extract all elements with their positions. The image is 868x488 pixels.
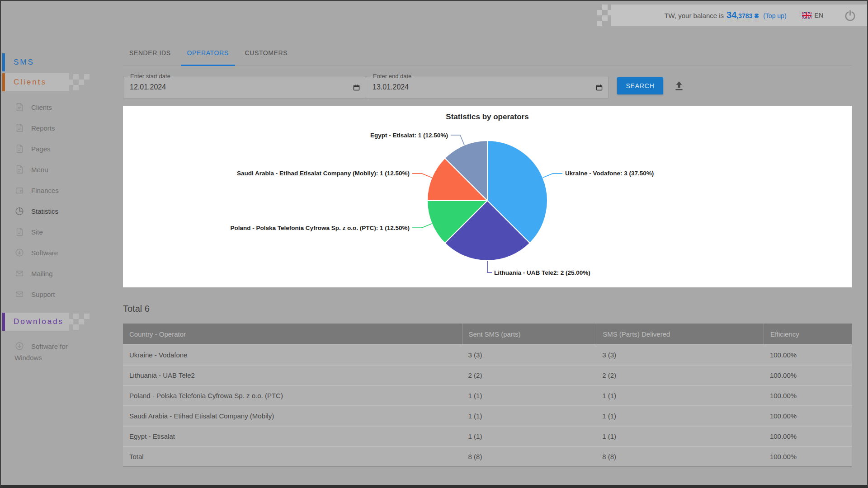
sidebar-item-software[interactable]: Software <box>1 242 105 263</box>
table-header-cell: Sent SMS (parts) <box>462 324 596 344</box>
table-cell: 3 (3) <box>462 345 596 365</box>
table-row: Ukraine - Vodafone3 (3)3 (3)100.00% <box>123 344 852 365</box>
envelope-icon <box>14 289 24 299</box>
sidebar-item-software-for-windows[interactable]: Software for Windows <box>1 341 78 363</box>
sidebar-item-menu[interactable]: Menu <box>1 159 105 180</box>
start-date-input[interactable] <box>124 83 353 91</box>
start-date-label: Enter start date <box>128 73 173 80</box>
language-label: EN <box>815 12 823 19</box>
table-cell: 100.00% <box>764 447 852 466</box>
start-date-field: Enter start date <box>123 73 366 99</box>
sidebar-section-clients[interactable]: Clients <box>1 73 105 91</box>
sidebar-item-label: Mailing <box>31 270 53 277</box>
top-up-link[interactable]: (Top up) <box>763 12 786 19</box>
sidebar-section-label: SMS <box>1 58 34 67</box>
sidebar-item-label: Pages <box>31 145 51 153</box>
sidebar-item-pages[interactable]: Pages <box>1 138 105 159</box>
end-date-input[interactable] <box>367 83 595 91</box>
sidebar-item-finances[interactable]: Finances <box>1 180 105 201</box>
sidebar-section-downloads[interactable]: Downloads <box>1 313 105 331</box>
end-date-label: Enter end date <box>371 73 414 80</box>
search-button[interactable]: SEARCH <box>617 77 663 94</box>
sidebar-item-label: Support <box>31 291 55 298</box>
sidebar-item-reports[interactable]: Reports <box>1 117 105 138</box>
document-icon <box>14 227 24 237</box>
tab-customers[interactable]: CUSTOMERS <box>239 41 294 66</box>
calendar-icon[interactable] <box>595 84 603 91</box>
pie-leader-line <box>487 261 492 272</box>
power-button[interactable] <box>844 9 856 22</box>
sidebar-item-label: Statistics <box>31 207 58 215</box>
chart-card: Statistics by operators Ukraine - Vodafo… <box>123 106 852 287</box>
end-date-field: Enter end date <box>366 73 609 99</box>
statistics-table: Country - OperatorSent SMS (parts)SMS (P… <box>123 324 852 467</box>
table-cell: 2 (2) <box>462 366 596 385</box>
sidebar-item-label: Menu <box>31 166 48 174</box>
table-cell: Saudi Arabia - Etihad Etisalat Company (… <box>123 406 462 426</box>
table-cell: 8 (8) <box>462 447 596 466</box>
table-cell: Ukraine - Vodafone <box>123 345 462 365</box>
tab-sender-ids[interactable]: SENDER IDS <box>123 41 177 66</box>
pie-slice-label: Poland - Polska Telefonia Cyfrowa Sp. z … <box>230 225 410 231</box>
download-icon <box>14 341 24 351</box>
document-icon <box>14 144 24 154</box>
pie-leader-line <box>412 224 432 228</box>
table-cell: 1 (1) <box>462 386 596 405</box>
sidebar-item-label: Site <box>31 228 43 236</box>
pixel-decoration <box>68 74 90 90</box>
sidebar-item-support[interactable]: Support <box>1 284 105 305</box>
uk-flag-icon <box>802 12 811 19</box>
table-cell: 8 (8) <box>596 447 764 466</box>
table-cell: 1 (1) <box>596 386 764 405</box>
table-row: Poland - Polska Telefonia Cyfrowa Sp. z … <box>123 385 852 405</box>
sidebar-item-site[interactable]: Site <box>1 221 105 242</box>
table-cell: Egypt - Etisalat <box>123 427 462 446</box>
pie-chart: Ukraine - Vodafone: 3 (37.50%)Lithuania … <box>123 106 852 287</box>
filter-bar: Enter start date Enter end date <box>123 73 852 99</box>
table-cell: 100.00% <box>764 427 852 446</box>
table-header-cell: Efficiency <box>764 324 852 344</box>
topbar: TW, your balance is 34,3783 ₴ (Top up) E… <box>611 5 867 26</box>
tab-operators[interactable]: OPERATORS <box>181 41 235 66</box>
table-cell: Total <box>123 447 462 466</box>
upload-icon <box>673 80 685 92</box>
table-cell: Poland - Polska Telefonia Cyfrowa Sp. z … <box>123 386 462 405</box>
sidebar-section-sms[interactable]: SMS <box>1 53 105 71</box>
table-cell: 2 (2) <box>596 366 764 385</box>
pie-leader-line <box>412 174 432 178</box>
document-icon <box>14 164 24 174</box>
sidebar-item-label: Software <box>31 249 58 257</box>
balance-link[interactable]: 34,3783 ₴ <box>726 10 759 21</box>
currency-symbol: ₴ <box>755 12 759 19</box>
pie-chart-icon <box>14 206 24 216</box>
balance-group: TW, your balance is 34,3783 ₴ (Top up) <box>664 10 786 21</box>
total-count-label: Total 6 <box>123 304 852 314</box>
table-cell: 3 (3) <box>596 345 764 365</box>
table-cell: 1 (1) <box>462 406 596 426</box>
envelope-icon <box>14 268 24 278</box>
sidebar-item-clients[interactable]: Clients <box>1 97 105 117</box>
pie-leader-line <box>451 135 464 145</box>
sidebar-item-label: Clients <box>31 103 52 111</box>
export-button[interactable] <box>673 80 685 92</box>
language-selector[interactable]: EN <box>802 12 823 19</box>
table-cell: 100.00% <box>764 386 852 405</box>
calendar-icon[interactable] <box>353 84 360 91</box>
pie-slice-label: Egypt - Etisalat: 1 (12.50%) <box>370 132 448 139</box>
table-cell: 1 (1) <box>462 427 596 446</box>
sidebar-section-label: Clients <box>1 78 47 87</box>
pie-slice-label: Saudi Arabia - Etihad Etisalat Company (… <box>237 170 410 177</box>
sidebar-item-mailing[interactable]: Mailing <box>1 263 105 284</box>
document-icon <box>14 102 24 112</box>
document-icon <box>14 123 24 133</box>
balance-integer: 34 <box>726 10 736 20</box>
balance-decimals: ,3783 <box>736 12 752 19</box>
sidebar-item-statistics[interactable]: Statistics <box>1 201 105 221</box>
table-cell: 100.00% <box>764 406 852 426</box>
sidebar: SMS Clients ClientsReportsPagesMenuFinan… <box>1 53 105 363</box>
table-header-cell: SMS (Parts) Delivered <box>596 324 764 344</box>
sidebar-item-label: Finances <box>31 187 59 194</box>
pie-leader-line <box>543 174 562 178</box>
table-row: Total8 (8)8 (8)100.00% <box>123 446 852 466</box>
pixel-decoration <box>68 314 90 330</box>
